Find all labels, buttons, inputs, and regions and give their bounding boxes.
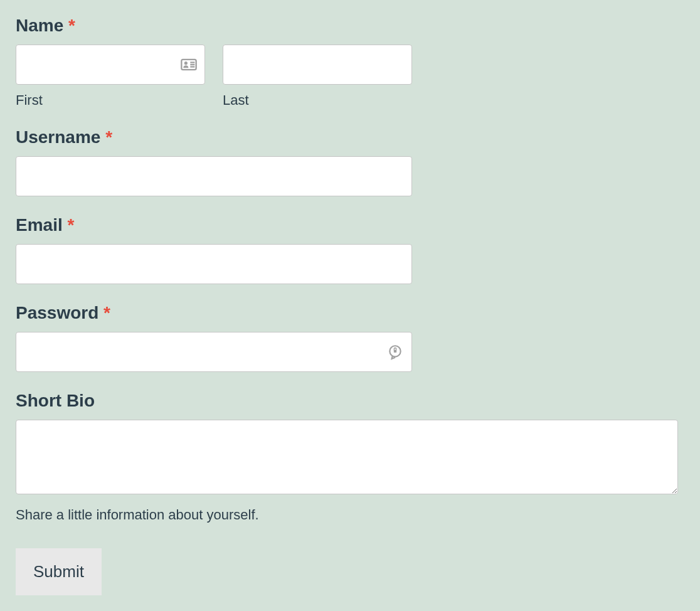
email-label-text: Email	[16, 215, 63, 235]
username-label: Username *	[16, 127, 684, 147]
submit-button[interactable]: Submit	[16, 548, 102, 595]
password-label-text: Password	[16, 303, 98, 322]
required-asterisk: *	[105, 127, 112, 147]
bio-help-text: Share a little information about yoursel…	[16, 507, 684, 523]
username-input[interactable]	[16, 156, 412, 196]
name-label-text: Name	[16, 16, 63, 35]
required-asterisk: *	[103, 303, 110, 322]
name-row: First Last	[16, 45, 684, 109]
required-asterisk: *	[68, 16, 75, 35]
password-field-group: Password *	[16, 303, 684, 372]
password-input[interactable]	[16, 332, 412, 372]
first-name-sublabel: First	[16, 92, 205, 109]
bio-field-group: Short Bio Share a little information abo…	[16, 391, 684, 523]
password-wrapper	[16, 332, 412, 372]
registration-form: Name * First	[16, 16, 684, 595]
first-name-column: First	[16, 45, 205, 109]
first-name-wrapper	[16, 45, 205, 85]
username-field-group: Username *	[16, 127, 684, 196]
bio-textarea[interactable]	[16, 420, 678, 494]
bio-label-text: Short Bio	[16, 391, 95, 410]
last-name-wrapper	[223, 45, 412, 85]
email-field-group: Email *	[16, 215, 684, 284]
email-input[interactable]	[16, 244, 412, 284]
required-asterisk: *	[67, 215, 74, 235]
username-label-text: Username	[16, 127, 100, 147]
name-label: Name *	[16, 16, 684, 36]
first-name-input[interactable]	[16, 45, 205, 85]
name-field-group: Name * First	[16, 16, 684, 109]
last-name-sublabel: Last	[223, 92, 412, 109]
bio-label: Short Bio	[16, 391, 684, 411]
last-name-input[interactable]	[223, 45, 412, 85]
password-label: Password *	[16, 303, 684, 323]
email-label: Email *	[16, 215, 684, 235]
last-name-column: Last	[223, 45, 412, 109]
